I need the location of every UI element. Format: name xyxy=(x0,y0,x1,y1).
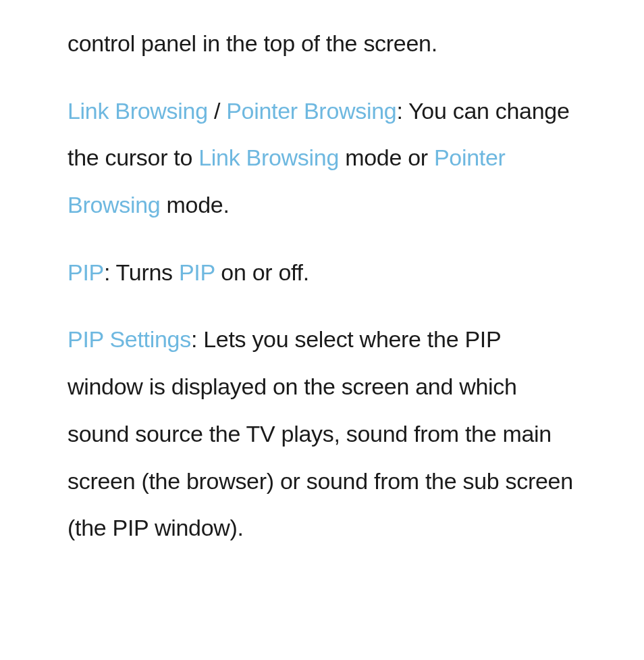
term-pip: PIP xyxy=(68,259,104,285)
term-link-browsing-inline: Link Browsing xyxy=(198,145,339,170)
paragraph-pip-settings: PIP Settings: Lets you select where the … xyxy=(68,316,576,551)
text: on or off. xyxy=(215,259,309,285)
text: : Turns xyxy=(104,259,179,285)
term-link-browsing: Link Browsing xyxy=(68,98,208,124)
term-pip-settings: PIP Settings xyxy=(68,326,191,352)
text: mode. xyxy=(160,192,229,218)
paragraph-fragment-top: control panel in the top of the screen. xyxy=(68,20,576,68)
paragraph-link-browsing: Link Browsing / Pointer Browsing: You ca… xyxy=(68,88,576,229)
text: control panel in the top of the screen. xyxy=(68,30,437,56)
separator: / xyxy=(208,98,226,124)
document-content: control panel in the top of the screen. … xyxy=(0,0,644,592)
text: mode or xyxy=(339,145,434,170)
text: : Lets you select where the PIP window i… xyxy=(68,326,573,540)
paragraph-pip: PIP: Turns PIP on or off. xyxy=(68,249,576,297)
term-pip-inline: PIP xyxy=(179,259,215,285)
term-pointer-browsing: Pointer Browsing xyxy=(226,98,396,124)
